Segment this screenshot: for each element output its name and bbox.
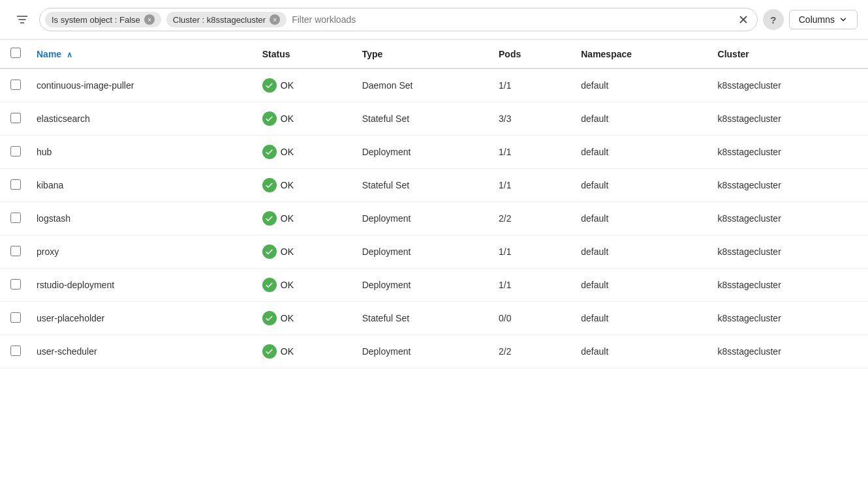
col-header-cluster: Cluster	[707, 40, 868, 68]
row-status-label-7: OK	[281, 313, 294, 323]
row-checkbox-0[interactable]	[10, 80, 21, 90]
row-type-1: Stateful Set	[352, 102, 488, 136]
col-header-namespace: Namespace	[570, 40, 707, 68]
row-type-0: Daemon Set	[352, 68, 488, 102]
row-pods-6: 1/1	[488, 269, 570, 302]
row-type-5: Deployment	[352, 235, 488, 269]
ok-icon	[262, 178, 277, 192]
row-status-0: OK	[252, 68, 352, 102]
select-all-checkbox[interactable]	[10, 48, 21, 58]
row-status-label-5: OK	[281, 246, 294, 257]
row-namespace-7: default	[570, 302, 707, 335]
row-checkbox-cell[interactable]	[0, 335, 26, 368]
row-checkbox-cell[interactable]	[0, 302, 26, 335]
row-name-1: elasticsearch	[26, 102, 252, 136]
row-checkbox-1[interactable]	[10, 113, 21, 123]
row-name-5: proxy	[26, 235, 252, 269]
row-name-8: user-scheduler	[26, 335, 252, 368]
help-button[interactable]: ?	[763, 9, 784, 30]
row-checkbox-cell[interactable]	[0, 68, 26, 102]
col-header-status-label: Status	[262, 49, 290, 59]
row-cluster-4: k8sstagecluster	[707, 202, 868, 235]
row-cluster-3: k8sstagecluster	[707, 169, 868, 202]
col-header-cluster-label: Cluster	[718, 49, 749, 59]
ok-icon	[262, 344, 277, 359]
row-namespace-1: default	[570, 102, 707, 136]
row-pods-0: 1/1	[488, 68, 570, 102]
row-status-6: OK	[252, 269, 352, 302]
row-pods-8: 2/2	[488, 335, 570, 368]
row-status-7: OK	[252, 302, 352, 335]
table-row: user-placeholder OK Stateful Set 0/0 def…	[0, 302, 868, 335]
workloads-table: Name ∧ Status Type Pods Namespace Cluste…	[0, 40, 868, 368]
filter-chip-cluster-remove[interactable]: ×	[270, 14, 280, 25]
row-checkbox-cell[interactable]	[0, 136, 26, 169]
row-type-7: Stateful Set	[352, 302, 488, 335]
row-namespace-2: default	[570, 136, 707, 169]
row-status-label-6: OK	[281, 280, 294, 290]
row-status-label-4: OK	[281, 213, 294, 224]
row-pods-5: 1/1	[488, 235, 570, 269]
row-checkbox-6[interactable]	[10, 279, 21, 289]
row-checkbox-5[interactable]	[10, 246, 21, 256]
help-icon: ?	[770, 14, 776, 25]
row-checkbox-8[interactable]	[10, 346, 21, 356]
filter-bar: Is system object : False × Cluster : k8s…	[39, 8, 758, 31]
row-checkbox-cell[interactable]	[0, 202, 26, 235]
filter-workloads-input[interactable]	[292, 14, 730, 25]
row-status-label-3: OK	[281, 180, 294, 190]
col-header-pods: Pods	[488, 40, 570, 68]
table-row: continuous-image-puller OK Daemon Set 1/…	[0, 68, 868, 102]
row-checkbox-cell[interactable]	[0, 102, 26, 136]
row-checkbox-cell[interactable]	[0, 235, 26, 269]
row-pods-7: 0/0	[488, 302, 570, 335]
col-header-name[interactable]: Name ∧	[26, 40, 252, 68]
row-type-3: Stateful Set	[352, 169, 488, 202]
filter-toggle-button[interactable]	[10, 8, 34, 31]
row-name-6: rstudio-deployment	[26, 269, 252, 302]
table-row: proxy OK Deployment 1/1 default k8sstage…	[0, 235, 868, 269]
ok-icon	[262, 244, 277, 259]
row-status-label-8: OK	[281, 346, 294, 357]
row-name-3: kibana	[26, 169, 252, 202]
row-name-7: user-placeholder	[26, 302, 252, 335]
row-status-8: OK	[252, 335, 352, 368]
col-header-type: Type	[352, 40, 488, 68]
sort-arrow-icon: ∧	[67, 50, 72, 59]
row-pods-2: 1/1	[488, 136, 570, 169]
row-checkbox-2[interactable]	[10, 146, 21, 156]
toolbar: Is system object : False × Cluster : k8s…	[0, 0, 868, 40]
row-cluster-1: k8sstagecluster	[707, 102, 868, 136]
table-body: continuous-image-puller OK Daemon Set 1/…	[0, 68, 868, 368]
row-status-label-0: OK	[281, 80, 294, 91]
row-checkbox-4[interactable]	[10, 213, 21, 223]
row-status-5: OK	[252, 235, 352, 269]
row-pods-3: 1/1	[488, 169, 570, 202]
row-checkbox-cell[interactable]	[0, 269, 26, 302]
col-header-namespace-label: Namespace	[581, 49, 632, 59]
row-checkbox-cell[interactable]	[0, 169, 26, 202]
row-checkbox-3[interactable]	[10, 179, 21, 190]
row-status-label-1: OK	[281, 113, 294, 124]
filter-chip-system-object-label: Is system object : False	[52, 15, 140, 25]
row-checkbox-7[interactable]	[10, 312, 21, 323]
row-name-2: hub	[26, 136, 252, 169]
table-row: rstudio-deployment OK Deployment 1/1 def…	[0, 269, 868, 302]
filter-chip-system-object-remove[interactable]: ×	[144, 14, 155, 25]
filter-chip-cluster: Cluster : k8sstagecluster ×	[166, 12, 287, 27]
row-name-4: logstash	[26, 202, 252, 235]
clear-icon	[737, 14, 749, 25]
table-row: elasticsearch OK Stateful Set 3/3 defaul…	[0, 102, 868, 136]
row-namespace-3: default	[570, 169, 707, 202]
col-header-pods-label: Pods	[499, 49, 521, 59]
columns-button[interactable]: Columns	[789, 10, 858, 29]
row-pods-1: 3/3	[488, 102, 570, 136]
filter-chip-cluster-label: Cluster : k8sstagecluster	[173, 15, 266, 25]
row-name-0: continuous-image-puller	[26, 68, 252, 102]
filter-clear-button[interactable]	[735, 11, 752, 28]
row-cluster-6: k8sstagecluster	[707, 269, 868, 302]
col-header-name-label: Name	[37, 49, 61, 59]
ok-icon	[262, 111, 277, 126]
row-cluster-8: k8sstagecluster	[707, 335, 868, 368]
select-all-header[interactable]	[0, 40, 26, 68]
